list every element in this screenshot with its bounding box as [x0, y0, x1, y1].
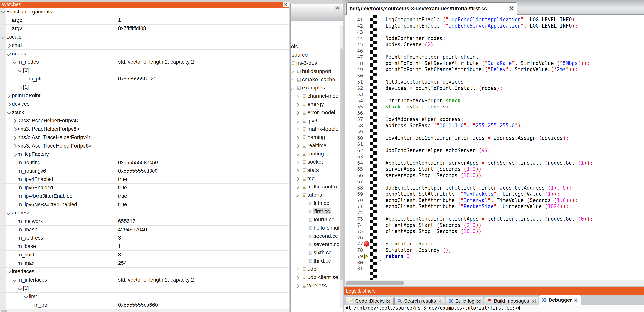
tree-item[interactable]: naming [290, 133, 343, 142]
tree-item[interactable]: seventh.cc [290, 241, 343, 249]
expand-icon[interactable] [12, 119, 16, 123]
code-line[interactable]: 57 Ipv4AddressHelper address; [345, 116, 644, 123]
watches-titlebar[interactable]: Watches [0, 1, 288, 8]
watch-row[interactable]: pointToPoint [0, 91, 288, 100]
expand-icon[interactable] [12, 136, 16, 140]
collapse-icon[interactable] [7, 270, 11, 274]
tree-item[interactable]: channel-mod [290, 92, 343, 100]
tree-item[interactable]: tutorial [290, 191, 343, 199]
watches-column-divider[interactable] [116, 8, 116, 309]
expand-icon[interactable] [290, 78, 294, 82]
code-line[interactable]: 79 return 0; [345, 253, 644, 260]
log-tab-debugger[interactable]: Debugger [539, 295, 581, 305]
code-line[interactable]: 76 [345, 235, 644, 241]
tree-vertical-scrollbar[interactable] [340, 25, 343, 308]
watch-row[interactable]: m_ipv6Enabledtrue [0, 184, 288, 192]
panel-divider[interactable] [343, 0, 345, 312]
expand-icon[interactable] [12, 128, 16, 132]
close-icon[interactable] [283, 2, 288, 7]
tree-item[interactable]: wireless [290, 282, 343, 290]
tree-item[interactable]: realtime [290, 142, 343, 150]
code-line[interactable]: 47 PointToPointHelper pointToPoint; [345, 54, 644, 60]
close-icon[interactable] [509, 6, 514, 11]
tree-item[interactable]: socket [290, 158, 343, 166]
code-line[interactable]: 44 NodeContainer nodes; [345, 35, 644, 42]
code-line[interactable]: 68 UdpEchoClientHelper echoClient (inter… [345, 185, 644, 191]
code-line[interactable]: 42 LogComponentEnable ("UdpEchoServerApp… [345, 23, 644, 29]
collapse-icon[interactable] [7, 211, 11, 215]
watch-row[interactable]: m_mask4294967040 [0, 226, 288, 234]
watch-row[interactable]: m_base1 [0, 242, 288, 251]
collapse-icon[interactable] [7, 110, 11, 114]
tree-item[interactable]: stats [290, 166, 343, 174]
code-line[interactable]: 41 LogComponentEnable ("UdpEchoClientApp… [345, 16, 644, 23]
collapse-icon[interactable] [18, 286, 22, 290]
collapse-icon[interactable] [7, 52, 11, 56]
code-area[interactable]: 41 LogComponentEnable ("UdpEchoClientApp… [345, 14, 644, 280]
code-line[interactable]: 77 Simulator::Run (); [345, 241, 644, 247]
watches-horizontal-scrollbar[interactable] [0, 309, 288, 312]
watch-row[interactable]: Function arguments [0, 8, 288, 16]
expand-icon[interactable] [295, 119, 299, 123]
expand-icon[interactable] [295, 95, 299, 99]
code-line[interactable]: 62 UdpEchoServerHelper echoServer (9); [345, 147, 644, 154]
code-line[interactable]: 63 [345, 154, 644, 160]
tree-item[interactable]: examples [290, 84, 343, 92]
watch-row[interactable]: m_ipv4ArpJitterEnabledtrue [0, 192, 288, 200]
code-line[interactable]: 45 nodes.Create (2); [345, 41, 644, 48]
watch-row[interactable]: m_ptr0x55555556cf20 [0, 75, 288, 83]
code-line[interactable]: 54 InternetStackHelper stack; [345, 98, 644, 104]
code-line[interactable]: 64 ApplicationContainer serverApps = ech… [345, 160, 644, 166]
watch-row[interactable]: <ns3::AsciiTraceHelperForIpv6> [0, 142, 288, 150]
tree-item[interactable]: energy [290, 100, 343, 109]
code-line[interactable]: 46 [345, 48, 644, 54]
tree-item[interactable]: ns-3-dev [290, 59, 343, 67]
watch-row[interactable]: argv0x7fffffffdf08 [0, 24, 288, 33]
editor-tab[interactable]: mnt/dev/tools/source/ns-3-dev/examples/t… [346, 2, 518, 14]
watch-row[interactable]: m_max254 [0, 259, 288, 268]
code-line[interactable]: 81 [345, 266, 644, 272]
code-line[interactable]: 56 [345, 110, 644, 116]
tree-item[interactable]: ols [290, 43, 343, 51]
code-line[interactable]: 69 echoClient.SetAttribute ("MaxPackets"… [345, 191, 644, 197]
tree-item[interactable]: buildsupport [290, 67, 343, 76]
watch-row[interactable]: m_routing0x555555587c50 [0, 158, 288, 167]
code-line[interactable]: 65 serverApps.Start (Seconds (1.0)); [345, 166, 644, 172]
watch-row[interactable]: devices [0, 100, 288, 108]
watch-row[interactable]: [0] [0, 284, 288, 293]
code-line[interactable]: 48 pointToPoint.SetDeviceAttribute ("Dat… [345, 60, 644, 66]
code-line[interactable]: 72 [345, 210, 644, 216]
collapse-icon[interactable] [1, 10, 5, 14]
tree-item[interactable]: third.cc [290, 257, 343, 265]
close-icon[interactable] [531, 299, 536, 303]
code-line[interactable]: 59 [345, 129, 644, 135]
scrollbar-thumb[interactable] [346, 281, 404, 285]
code-line[interactable]: 51 NetDeviceContainer devices; [345, 79, 644, 85]
log-tab-build-messages[interactable]: Build messages [484, 297, 538, 305]
code-line[interactable]: 74 clientApps.Start (Seconds (2.0)); [345, 222, 644, 228]
collapse-icon[interactable] [24, 295, 28, 299]
expand-icon[interactable] [7, 102, 11, 106]
expand-icon[interactable] [290, 70, 294, 74]
watch-row[interactable]: m_interfacesstd::vector of length 2, cap… [0, 276, 288, 284]
expand-icon[interactable] [7, 94, 11, 98]
tree-item[interactable]: source [290, 51, 343, 59]
expand-icon[interactable] [12, 153, 16, 156]
watch-row[interactable]: nodes [0, 50, 288, 58]
expand-icon[interactable] [295, 169, 299, 173]
watch-row[interactable]: cmd [0, 41, 288, 50]
code-line[interactable]: 53 [345, 91, 644, 98]
expand-icon[interactable] [295, 177, 299, 181]
tree-item[interactable]: matrix-topolo [290, 125, 343, 133]
expand-icon[interactable] [7, 44, 11, 48]
code-line[interactable]: 70 echoClient.SetAttribute ("Interval", … [345, 197, 644, 203]
watch-row[interactable]: <ns3::PcapHelperForIpv6> [0, 125, 288, 133]
expand-icon[interactable] [12, 144, 16, 148]
code-line[interactable]: 71 echoClient.SetAttribute ("PacketSize"… [345, 203, 644, 210]
code-line[interactable]: 75 clientApps.Stop (Seconds (10.0)); [345, 228, 644, 235]
log-tab-search-results[interactable]: Search results [394, 297, 445, 305]
tree-item[interactable]: udp [290, 265, 343, 274]
watch-row[interactable]: <ns3::AsciiTraceHelperForIpv4> [0, 133, 288, 142]
code-line[interactable]: 58 address.SetBase ("10.1.1.0", "255.255… [345, 123, 644, 129]
tree-item[interactable]: second.cc [290, 232, 343, 241]
